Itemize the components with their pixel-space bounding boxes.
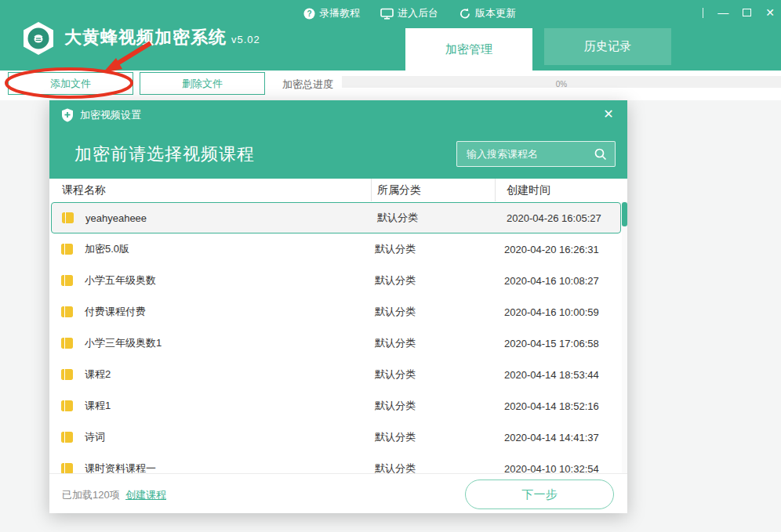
row-created: 2020-04-14 18:52:16 bbox=[493, 400, 627, 412]
row-name: yeahyeaheee bbox=[85, 212, 147, 224]
window-controls: — ✕ bbox=[703, 3, 775, 22]
table-row[interactable]: 付费课程付费 默认分类 2020-04-16 10:00:59 bbox=[49, 296, 627, 328]
folder-icon bbox=[61, 212, 74, 224]
row-category: 默认分类 bbox=[369, 430, 493, 444]
monitor-icon bbox=[380, 8, 394, 20]
row-name: 诗词 bbox=[85, 430, 105, 444]
add-file-button[interactable]: 添加文件 bbox=[8, 72, 133, 95]
course-search-input[interactable] bbox=[457, 142, 592, 166]
row-name: 小学三年级奥数1 bbox=[85, 336, 162, 350]
maximize-icon bbox=[743, 9, 751, 16]
row-created: 2020-04-20 16:26:31 bbox=[493, 244, 627, 255]
table-row[interactable]: yeahyeaheee 默认分类 2020-04-26 16:05:27 bbox=[51, 202, 621, 233]
titlebar-links: ? 录播教程 进入后台 版本更新 bbox=[303, 5, 516, 22]
row-name: 加密5.0版 bbox=[85, 242, 129, 256]
row-created: 2020-04-26 16:05:27 bbox=[496, 212, 620, 224]
row-category: 默认分类 bbox=[369, 461, 493, 473]
search-icon[interactable] bbox=[594, 148, 607, 161]
column-header-created: 创建时间 bbox=[495, 179, 627, 201]
dialog-hero: 加密前请选择视频课程 bbox=[49, 129, 627, 179]
course-name-cell: 诗词 bbox=[49, 430, 369, 444]
folder-icon bbox=[60, 400, 74, 412]
folder-icon bbox=[60, 462, 74, 473]
tab-history[interactable]: 历史记录 bbox=[544, 28, 671, 65]
scrollbar-thumb[interactable] bbox=[622, 202, 627, 226]
course-name-cell: 课时资料课程一 bbox=[49, 461, 369, 473]
course-search-box bbox=[456, 141, 616, 167]
create-course-link[interactable]: 创建课程 bbox=[125, 488, 166, 502]
folder-icon bbox=[60, 431, 74, 443]
table-row[interactable]: 课时资料课程一 默认分类 2020-04-10 10:32:54 bbox=[49, 453, 627, 473]
row-name: 小学五年级奥数 bbox=[85, 273, 156, 288]
column-header-category: 所属分类 bbox=[371, 179, 495, 201]
folder-icon bbox=[60, 306, 74, 318]
course-name-cell: 付费课程付费 bbox=[49, 305, 369, 319]
dialog-close-button[interactable]: ✕ bbox=[601, 107, 616, 121]
progress-percent: 0% bbox=[556, 80, 567, 89]
refresh-icon bbox=[459, 8, 471, 20]
app-window: { "titlebar": { "app_title": "大黄蜂视频加密系统"… bbox=[0, 0, 781, 532]
app-title: 大黄蜂视频加密系统v5.02 bbox=[64, 26, 260, 49]
row-category: 默认分类 bbox=[369, 242, 493, 256]
row-created: 2020-04-16 10:00:59 bbox=[493, 306, 627, 318]
question-icon: ? bbox=[303, 8, 315, 20]
scrollbar-track[interactable] bbox=[622, 201, 627, 473]
shield-plus-icon bbox=[61, 108, 74, 122]
progress-label: 加密总进度 bbox=[282, 78, 333, 92]
table-header: 课程名称 所属分类 创建时间 bbox=[49, 179, 627, 201]
minimize-button[interactable]: — bbox=[717, 3, 728, 22]
row-created: 2020-04-15 17:06:58 bbox=[493, 338, 627, 349]
course-name-cell: 课程2 bbox=[49, 367, 369, 382]
row-category: 默认分类 bbox=[369, 336, 493, 350]
row-created: 2020-04-16 10:08:27 bbox=[493, 275, 627, 287]
backend-link[interactable]: 进入后台 bbox=[380, 6, 438, 20]
row-created: 2020-04-10 10:32:54 bbox=[493, 463, 627, 474]
course-name-cell: 课程1 bbox=[49, 399, 369, 413]
encrypt-settings-dialog: 加密视频设置 ✕ 加密前请选择视频课程 课程名称 所属分类 创建时间 yeahy… bbox=[49, 100, 627, 513]
row-category: 默认分类 bbox=[372, 211, 496, 225]
course-name-cell: 小学五年级奥数 bbox=[49, 273, 369, 288]
next-step-button[interactable]: 下一步 bbox=[465, 480, 614, 509]
delete-file-button[interactable]: 删除文件 bbox=[140, 72, 265, 95]
row-created: 2020-04-14 18:53:44 bbox=[493, 369, 627, 381]
close-button[interactable]: ✕ bbox=[765, 3, 775, 22]
dialog-title: 加密视频设置 bbox=[80, 108, 141, 122]
table-row[interactable]: 课程2 默认分类 2020-04-14 18:53:44 bbox=[49, 359, 627, 390]
table-row[interactable]: 小学三年级奥数1 默认分类 2020-04-15 17:06:58 bbox=[49, 328, 627, 359]
table-row[interactable]: 小学五年级奥数 默认分类 2020-04-16 10:08:27 bbox=[49, 265, 627, 296]
course-name-cell: 加密5.0版 bbox=[49, 242, 369, 256]
encryption-progress-bar: 0% bbox=[342, 76, 781, 88]
table-row[interactable]: 诗词 默认分类 2020-04-14 14:41:37 bbox=[49, 422, 627, 453]
loaded-count: 已加载120项 bbox=[62, 488, 120, 502]
tab-encryption[interactable]: 加密管理 bbox=[405, 28, 532, 71]
update-link[interactable]: 版本更新 bbox=[459, 6, 516, 20]
app-version: v5.02 bbox=[231, 34, 260, 45]
course-name-cell: yeahyeaheee bbox=[52, 212, 372, 224]
row-name: 课时资料课程一 bbox=[85, 461, 156, 473]
row-name: 付费课程付费 bbox=[85, 305, 146, 319]
app-logo-icon bbox=[20, 20, 56, 56]
row-category: 默认分类 bbox=[369, 305, 493, 319]
titlebar: 大黄蜂视频加密系统v5.02 ? 录播教程 进入后台 版本更新 — ✕ 加密管理… bbox=[0, 0, 781, 71]
row-created: 2020-04-14 14:41:37 bbox=[493, 432, 627, 443]
dialog-titlebar: 加密视频设置 ✕ bbox=[49, 100, 627, 129]
dialog-footer: 已加载120项 创建课程 下一步 bbox=[49, 473, 627, 513]
folder-icon bbox=[60, 368, 74, 381]
row-name: 课程1 bbox=[85, 399, 111, 413]
row-category: 默认分类 bbox=[369, 399, 493, 413]
controls-separator bbox=[703, 8, 703, 18]
column-header-name: 课程名称 bbox=[49, 183, 371, 197]
svg-text:?: ? bbox=[307, 9, 311, 18]
course-name-cell: 小学三年级奥数1 bbox=[49, 336, 369, 350]
table-row[interactable]: 课程1 默认分类 2020-04-14 18:52:16 bbox=[49, 390, 627, 422]
tutorial-link[interactable]: ? 录播教程 bbox=[303, 6, 360, 20]
table-row[interactable]: 加密5.0版 默认分类 2020-04-20 16:26:31 bbox=[49, 233, 627, 265]
course-list: yeahyeaheee 默认分类 2020-04-26 16:05:27 加密5… bbox=[49, 201, 627, 473]
row-category: 默认分类 bbox=[369, 367, 493, 382]
row-name: 课程2 bbox=[85, 367, 111, 382]
toolbar: 添加文件 删除文件 加密总进度 0% bbox=[0, 71, 781, 100]
row-category: 默认分类 bbox=[369, 273, 493, 288]
folder-icon bbox=[60, 243, 74, 255]
folder-icon bbox=[60, 274, 74, 287]
maximize-button[interactable] bbox=[743, 3, 751, 22]
